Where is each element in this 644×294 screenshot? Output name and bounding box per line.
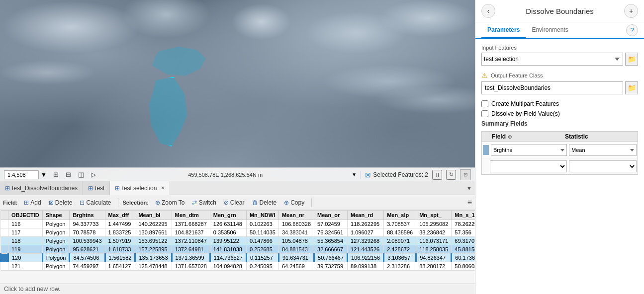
tab-test-selection[interactable]: ⊞ test selection ✕ <box>110 181 170 195</box>
table-cell[interactable]: 3.708537 <box>384 220 416 228</box>
scale-display[interactable]: 1:4,508 <box>4 170 39 179</box>
input-features-folder-btn[interactable]: 📁 <box>625 53 638 66</box>
table-cell[interactable]: 55.365854 <box>314 237 348 245</box>
table-cell[interactable]: 50.114035 <box>246 228 278 237</box>
table-cell[interactable]: 45.881543 <box>452 245 475 254</box>
table-cell[interactable]: Polygon <box>42 237 70 245</box>
table-cell[interactable]: 64.24569 <box>278 262 314 271</box>
summary-field-select-1[interactable]: Brghtns <box>491 144 567 156</box>
tab-parameters[interactable]: Parameters <box>481 22 526 39</box>
table-cell[interactable]: 2.089071 <box>384 237 416 245</box>
table-cell[interactable]: 1.833725 <box>105 228 135 237</box>
table-cell[interactable]: 76.324561 <box>314 228 348 237</box>
create-multipart-checkbox[interactable] <box>481 100 488 107</box>
table-cell[interactable]: 1371.36599 <box>172 254 210 262</box>
map-area[interactable]: 1:4,508 ▼ ⊞ ⊟ ◫ ▷ 459,508.78E 1,268,625.… <box>0 0 475 181</box>
table-cell[interactable]: 135.173653 <box>135 254 172 262</box>
col-header-mn-spt[interactable]: Mn_spt_ <box>416 211 452 220</box>
summary-empty-field-select[interactable] <box>490 160 567 172</box>
help-button[interactable]: ? <box>626 24 638 36</box>
table-cell[interactable]: 1.618733 <box>105 245 135 254</box>
table-cell[interactable]: 78.262295 <box>452 220 475 228</box>
table-cell[interactable]: 69.317073 <box>452 237 475 245</box>
table-cell[interactable]: 2.313286 <box>384 262 416 271</box>
table-cell[interactable]: 127.329268 <box>348 237 384 245</box>
table-cell[interactable]: 0.252685 <box>246 245 278 254</box>
table-cell[interactable]: 2.428672 <box>384 245 416 254</box>
table-cell[interactable]: 116.073171 <box>416 237 452 245</box>
table-cell[interactable]: Polygon <box>42 254 70 262</box>
output-feature-class-input[interactable]: test_DissolveBoundaries <box>481 81 623 94</box>
add-button[interactable]: + <box>624 4 638 18</box>
table-cell[interactable]: 38.236842 <box>416 228 452 237</box>
coord-dropdown-icon[interactable]: ▼ <box>352 172 357 177</box>
clear-button[interactable]: ⊘ Clear <box>221 198 248 207</box>
back-button[interactable]: ‹ <box>481 4 495 18</box>
col-header-shape[interactable]: Shape <box>42 211 70 220</box>
data-table-wrapper[interactable]: OBJECTID Shape Brghtns Max_dff Mean_bl M… <box>0 210 475 284</box>
table-cell[interactable]: 0.102263 <box>246 220 278 228</box>
field-sort-icon[interactable]: ⊕ <box>508 134 512 140</box>
table-cell[interactable]: 105.295082 <box>416 220 452 228</box>
table-cell[interactable]: 0.147866 <box>246 237 278 245</box>
table-cell[interactable]: 120 <box>8 254 43 262</box>
table-cell[interactable]: 105.04878 <box>278 237 314 245</box>
map-tool-2[interactable]: ⊟ <box>63 169 74 180</box>
table-cell[interactable]: 0.115257 <box>246 254 278 262</box>
col-header-men-dtm[interactable]: Men_dtm <box>172 211 210 220</box>
table-cell[interactable]: 60.173653 <box>452 254 475 262</box>
delete-selection-button[interactable]: 🗑 Delete <box>249 198 280 207</box>
input-features-select[interactable]: test selection <box>481 53 623 66</box>
table-cell[interactable]: 0.353506 <box>210 228 246 237</box>
tab-test[interactable]: ⊞ test <box>83 181 110 195</box>
tab-dissolve-boundaries[interactable]: ⊞ test_DissolveBoundaries <box>0 181 83 195</box>
table-cell[interactable]: 74.459297 <box>70 262 105 271</box>
table-cell[interactable]: 50.766467 <box>314 254 348 262</box>
table-cell[interactable]: Polygon <box>42 220 70 228</box>
table-cell[interactable]: 50.806034 <box>452 262 475 271</box>
table-cell[interactable]: 57.02459 <box>314 220 348 228</box>
table-cell[interactable]: 140.262295 <box>135 220 172 228</box>
switch-button[interactable]: ⇄ Switch <box>189 198 219 207</box>
col-header-mean-nr[interactable]: Mean_nr <box>278 211 314 220</box>
summary-stat-select-1[interactable]: Mean <box>569 144 637 156</box>
copy-button[interactable]: ⊕ Copy <box>281 198 307 207</box>
table-cell[interactable]: 70.78578 <box>70 228 105 237</box>
table-cell[interactable]: 121.443526 <box>348 245 384 254</box>
table-cell[interactable]: 153.695122 <box>135 237 172 245</box>
expand-button[interactable]: ⊡ <box>460 169 471 180</box>
table-row[interactable]: 120Polygon84.5745061.561582135.173653137… <box>1 254 475 262</box>
table-cell[interactable]: 118.262295 <box>348 220 384 228</box>
tab3-close-icon[interactable]: ✕ <box>161 185 165 191</box>
table-cell[interactable]: Polygon <box>42 262 70 271</box>
table-cell[interactable]: 118 <box>8 237 43 245</box>
table-cell[interactable]: 32.666667 <box>314 245 348 254</box>
table-cell[interactable]: 1.096027 <box>348 228 384 237</box>
map-tool-3[interactable]: ◫ <box>76 169 87 180</box>
pause-button[interactable]: ⏸ <box>432 170 442 180</box>
col-header-mn-s1[interactable]: Mn_s_1 <box>452 211 475 220</box>
table-cell[interactable]: 121 <box>8 262 43 271</box>
toolbar-menu-icon[interactable]: ≡ <box>467 198 472 207</box>
table-cell[interactable]: 3.103657 <box>384 254 416 262</box>
table-row[interactable]: 116Polygon94.3377331.447499140.262295137… <box>1 220 475 228</box>
table-row[interactable]: 117Polygon70.785781.833725130.897661104.… <box>1 228 475 237</box>
table-cell[interactable]: 104.821637 <box>172 228 210 237</box>
table-cell[interactable]: 84.881543 <box>278 245 314 254</box>
table-cell[interactable]: 39.732759 <box>314 262 348 271</box>
col-header-brghtns[interactable]: Brghtns <box>70 211 105 220</box>
col-header-max-dff[interactable]: Max_dff <box>105 211 135 220</box>
col-header-men-grn[interactable]: Men_grn <box>210 211 246 220</box>
scale-dropdown-icon[interactable]: ▼ <box>41 171 47 178</box>
table-cell[interactable]: 139.95122 <box>210 237 246 245</box>
table-cell[interactable]: 94.337733 <box>70 220 105 228</box>
zoom-to-button[interactable]: ⊕ Zoom To <box>152 198 187 207</box>
table-cell[interactable]: 118.258035 <box>416 245 452 254</box>
table-cell[interactable]: 94.826347 <box>416 254 452 262</box>
calculate-button[interactable]: ⊡ Calculate <box>77 198 114 207</box>
map-tool-1[interactable]: ⊞ <box>51 169 62 180</box>
table-cell[interactable]: 114.736527 <box>210 254 246 262</box>
table-cell[interactable]: 91.634731 <box>278 254 314 262</box>
table-cell[interactable]: Polygon <box>42 245 70 254</box>
refresh-button[interactable]: ↻ <box>446 170 456 180</box>
